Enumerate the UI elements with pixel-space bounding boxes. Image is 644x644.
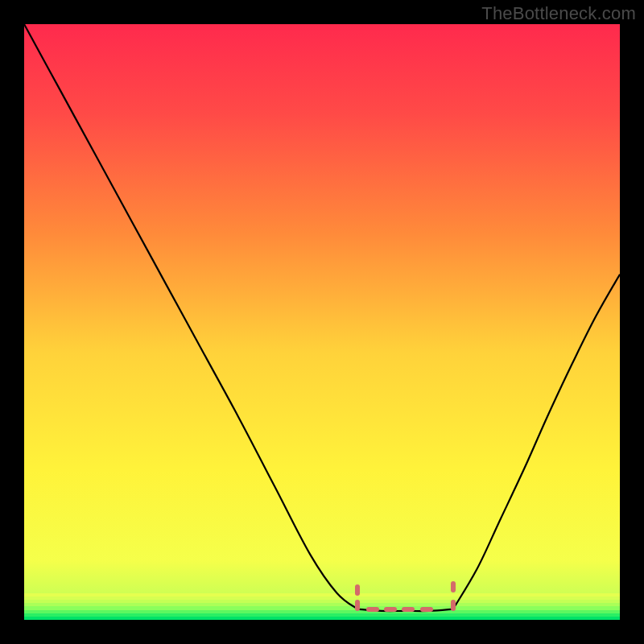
plot-area xyxy=(24,24,620,620)
watermark-text: TheBottleneck.com xyxy=(481,3,636,24)
curve-layer xyxy=(24,24,620,620)
right-curve xyxy=(453,275,620,609)
valley-floor xyxy=(357,609,452,611)
chart-frame: TheBottleneck.com xyxy=(0,0,644,644)
left-curve xyxy=(24,24,357,609)
